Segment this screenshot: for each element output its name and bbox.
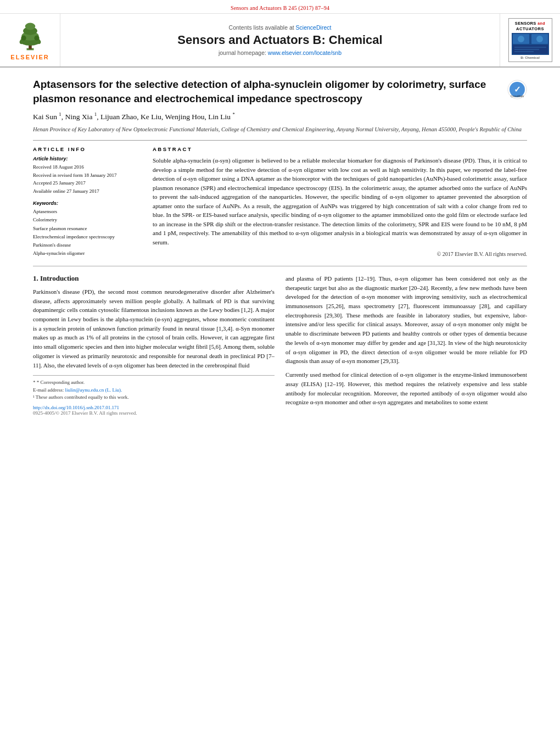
keyword-spr: Surface plasmon resonance: [33, 225, 143, 233]
keyword-parkinsons: Parkinson's disease: [33, 241, 143, 249]
journal-title: Sensors and Actuators B: Chemical: [177, 33, 382, 47]
svg-point-6: [21, 36, 26, 41]
article-history-label: Article history:: [33, 156, 143, 161]
copyright-line: © 2017 Elsevier B.V. All rights reserved…: [153, 251, 527, 257]
sensors-logo-bottom-text: B: Chemical: [520, 56, 540, 59]
corresponding-star: *: [33, 380, 37, 385]
abstract-column: ABSTRACT Soluble alpha-synuclein (α-syn)…: [153, 146, 527, 258]
article-info-abstract-section: ARTICLE INFO Article history: Received 1…: [33, 140, 527, 258]
contents-available-line: Contents lists available at ScienceDirec…: [229, 24, 332, 31]
page-wrapper: Sensors and Actuators B 245 (2017) 87–94: [0, 0, 560, 742]
journal-header-center: Contents lists available at ScienceDirec…: [60, 14, 500, 66]
corresponding-author-note: * * Corresponding author.: [33, 379, 275, 387]
sensors-logo-section: SENSORS and ACTUATORS B: Chemical: [500, 14, 560, 66]
author-email: liulin@aynu.edu.cn (L. Liu).: [65, 387, 122, 393]
svg-text:✓: ✓: [514, 85, 521, 94]
article-history-block: Article history: Received 18 August 2016…: [33, 156, 143, 195]
svg-text:CrossMark: CrossMark: [511, 94, 524, 98]
equal-contribution-note: ¹ These authors contributed equally to t…: [33, 394, 275, 401]
journal-reference: Sensors and Actuators B 245 (2017) 87–94: [231, 5, 329, 11]
keyword-aptasensors: Aptasensors: [33, 208, 143, 216]
sensors-logo-box: SENSORS and ACTUATORS B: Chemical: [508, 18, 552, 62]
journal-homepage-link[interactable]: www.elsevier.com/locate/snb: [268, 49, 341, 56]
corresponding-label: * Corresponding author.: [37, 380, 85, 385]
issn-line: 0925-4005/© 2017 Elsevier B.V. All right…: [33, 410, 275, 416]
journal-homepage-line: journal homepage: www.elsevier.com/locat…: [219, 49, 341, 56]
footnote-section: * * Corresponding author. E-mail address…: [33, 375, 275, 401]
svg-point-5: [25, 23, 35, 30]
keyword-eis: Electrochemical impedance spectroscopy: [33, 233, 143, 241]
authors-line: Kai Sun 1, Ning Xia 1, Lijuan Zhao, Ke L…: [33, 111, 527, 122]
article-title: Aptasensors for the selective detection …: [33, 77, 501, 105]
email-footnote: E-mail address: liulin@aynu.edu.cn (L. L…: [33, 387, 275, 394]
section-divider: [33, 266, 527, 266]
elsevier-logo: ELSEVIER: [10, 20, 49, 60]
abstract-heading: ABSTRACT: [153, 146, 527, 152]
elsevier-text: ELSEVIER: [10, 54, 49, 60]
available-date: Available online 27 January 2017: [33, 187, 143, 195]
keywords-label: Keywords:: [33, 200, 143, 206]
received-date: Received 18 August 2016: [33, 163, 143, 171]
contents-label: Contents lists available at: [229, 24, 294, 31]
sensors-logo-top-text: SENSORS and ACTUATORS: [515, 21, 545, 32]
article-title-section: Aptasensors for the selective detection …: [33, 77, 527, 105]
article-info-heading: ARTICLE INFO: [33, 146, 143, 152]
journal-header: ELSEVIER Contents lists available at Sci…: [0, 14, 560, 68]
elsevier-tree-icon: [15, 20, 45, 53]
received-revised-date: Received in revised form 18 January 2017: [33, 171, 143, 179]
doi-line: http://dx.doi.org/10.1016/j.snb.2017.01.…: [33, 405, 275, 410]
svg-point-8: [19, 40, 23, 44]
sciencedirect-link[interactable]: ScienceDirect: [296, 24, 332, 31]
crossmark-badge-icon[interactable]: ✓ CrossMark: [507, 80, 527, 99]
doi-link[interactable]: http://dx.doi.org/10.1016/j.snb.2017.01.…: [33, 405, 119, 410]
email-label: E-mail address:: [33, 387, 64, 393]
body-right-column: and plasma of PD patients [12–19]. Thus,…: [285, 274, 527, 416]
article-content: Aptasensors for the selective detection …: [0, 68, 560, 421]
intro-paragraph-3: Currently used method for clinical detec…: [285, 370, 527, 407]
body-two-column: 1. Introduction Parkinson's disease (PD)…: [33, 274, 527, 416]
sensors-cover-image: [512, 33, 549, 55]
journal-ref-bar: Sensors and Actuators B 245 (2017) 87–94: [0, 0, 560, 14]
abstract-text: Soluble alpha-synuclein (α-syn) oligomer…: [153, 156, 527, 247]
svg-point-15: [536, 36, 543, 42]
intro-paragraph-2: and plasma of PD patients [12–19]. Thus,…: [285, 274, 527, 366]
body-left-column: 1. Introduction Parkinson's disease (PD)…: [33, 274, 275, 416]
elsevier-logo-section: ELSEVIER: [0, 14, 60, 66]
homepage-label: journal homepage:: [219, 49, 266, 56]
article-info-column: ARTICLE INFO Article history: Received 1…: [33, 146, 143, 258]
introduction-heading: 1. Introduction: [33, 274, 275, 283]
svg-point-7: [34, 36, 39, 41]
keyword-colorimetry: Colorimetry: [33, 216, 143, 224]
intro-paragraph-1: Parkinson's disease (PD), the second mos…: [33, 287, 275, 370]
keywords-block: Keywords: Aptasensors Colorimetry Surfac…: [33, 200, 143, 258]
affiliation: Henan Province of Key Laboratory of New …: [33, 125, 527, 134]
author-email-link[interactable]: liulin@aynu.edu.cn (L. Liu).: [65, 387, 122, 393]
keyword-oligomer: Alpha-synuclein oligomer: [33, 249, 143, 258]
svg-point-9: [37, 40, 41, 44]
accepted-date: Accepted 25 January 2017: [33, 179, 143, 187]
svg-point-14: [518, 36, 524, 42]
